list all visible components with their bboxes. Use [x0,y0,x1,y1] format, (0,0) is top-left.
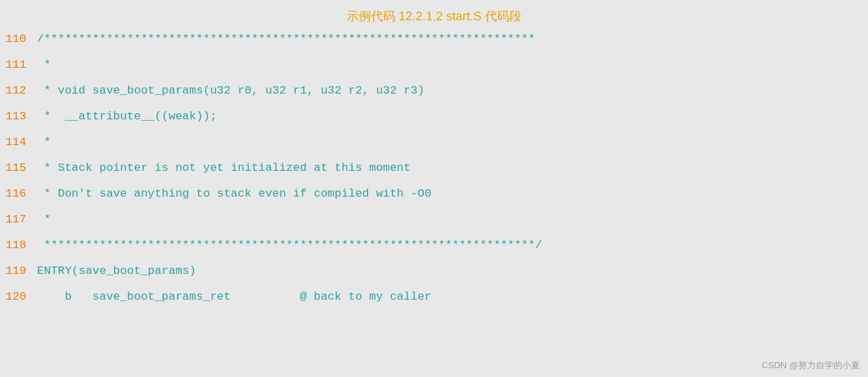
table-row: 114 * [0,134,868,160]
line-code: ENTRY(save_boot_params) [37,264,868,277]
line-code: * void save_boot_params(u32 r0, u32 r1, … [37,84,868,97]
line-number: 116 [0,187,37,200]
page-title: 示例代码 12.2.1.2 start.S 代码段 [0,0,868,31]
table-row: 113 * __attribute__((weak)); [0,108,868,134]
line-code: /***************************************… [37,33,868,45]
line-code: * [37,213,868,226]
table-row: 120 b save_boot_params_ret @ back to my … [0,289,868,315]
line-number: 114 [0,136,37,148]
line-number: 110 [0,33,37,45]
line-number: 120 [0,290,37,303]
line-number: 119 [0,264,37,277]
line-number: 118 [0,239,37,252]
table-row: 115 * Stack pointer is not yet initializ… [0,160,868,186]
line-code: * [37,136,868,148]
table-row: 116 * Don't save anything to stack even … [0,186,868,212]
code-area: 110/************************************… [0,31,868,315]
main-container: 示例代码 12.2.1.2 start.S 代码段 110/**********… [0,0,868,377]
line-code: b save_boot_params_ret @ back to my call… [37,290,868,303]
line-number: 113 [0,110,37,123]
line-code: * [37,58,868,71]
table-row: 119ENTRY(save_boot_params) [0,263,868,289]
table-row: 112 * void save_boot_params(u32 r0, u32 … [0,83,868,108]
line-code: ****************************************… [37,239,868,252]
line-number: 115 [0,161,37,174]
watermark: CSDN @努力自学的小夏 [762,359,860,372]
line-code: * __attribute__((weak)); [37,110,868,123]
line-code: * Stack pointer is not yet initialized a… [37,161,868,174]
table-row: 117 * [0,212,868,237]
table-row: 111 * [0,57,868,83]
line-number: 117 [0,213,37,226]
line-number: 112 [0,84,37,97]
line-number: 111 [0,58,37,71]
table-row: 110/************************************… [0,31,868,57]
line-code: * Don't save anything to stack even if c… [37,187,868,200]
table-row: 118 ************************************… [0,237,868,263]
